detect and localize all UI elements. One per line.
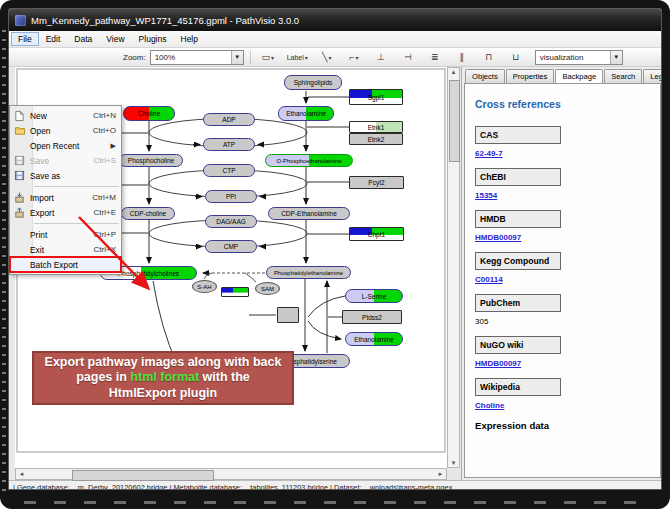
pathway-node-cmp[interactable]: CMP bbox=[205, 240, 257, 253]
pathway-node-sphingolipids[interactable]: Sphingolipids bbox=[284, 75, 342, 90]
import-icon bbox=[13, 192, 26, 204]
line-tool-button[interactable]: ╲▾ bbox=[316, 49, 338, 65]
file-menu-item-open-recent[interactable]: Open Recent▶ bbox=[10, 138, 121, 153]
pathway-node-choline[interactable]: Choline bbox=[123, 106, 175, 121]
callout-highlight: html format bbox=[130, 370, 199, 384]
canvas-vertical-scrollbar[interactable]: ▲ ▼ bbox=[447, 67, 460, 468]
line-tool-icon: ╲ bbox=[322, 52, 327, 62]
menu-item-shortcut: Ctrl+N bbox=[93, 111, 116, 120]
connector-tool-button[interactable]: ⌐▾ bbox=[343, 49, 365, 65]
file-menu-item-batch-export[interactable]: Batch Export bbox=[10, 257, 121, 272]
tab-properties[interactable]: Properties bbox=[506, 69, 555, 83]
pathway-node-ppi[interactable]: PPi bbox=[205, 190, 257, 203]
pathway-node-atp[interactable]: ATP bbox=[203, 138, 255, 151]
save-as-icon bbox=[13, 170, 26, 182]
zoom-combobox[interactable]: 100% ▼ bbox=[150, 50, 244, 65]
pathway-node-ptdss2[interactable]: Ptdss2 bbox=[342, 310, 402, 324]
common-height-icon: ⊔ bbox=[512, 52, 519, 62]
chevron-down-icon[interactable]: ▼ bbox=[610, 51, 622, 64]
export-icon bbox=[13, 207, 26, 219]
chevron-down-icon[interactable]: ▾ bbox=[329, 54, 332, 61]
toolbar-buttons: ▭▾Label▾╲▾⌐▾⊥⊣≣∥⊓⊔ bbox=[257, 49, 527, 65]
chevron-down-icon[interactable]: ▾ bbox=[305, 54, 308, 61]
pemt-gene-box[interactable] bbox=[221, 287, 249, 297]
common-width-button[interactable]: ⊓ bbox=[478, 49, 500, 65]
visualization-combobox[interactable]: visualization ▼ bbox=[535, 50, 623, 65]
pathway-node-phosphatidylethanolamine[interactable]: Phosphatidylethanolamine bbox=[266, 266, 351, 279]
chevron-down-icon[interactable]: ▼ bbox=[231, 51, 243, 64]
distribute-horizontal-icon: ≣ bbox=[431, 52, 439, 62]
canvas-horizontal-scrollbar[interactable]: ◄ ► bbox=[15, 468, 447, 480]
menu-item-label: Save bbox=[30, 156, 90, 166]
crossref-link-hmdb00097[interactable]: HMDB00097 bbox=[475, 233, 521, 242]
menu-file[interactable]: File bbox=[11, 32, 39, 46]
file-menu-item-import[interactable]: ImportCtrl+M bbox=[10, 190, 121, 205]
crossref-link-62-49-7[interactable]: 62-49-7 bbox=[475, 149, 503, 158]
toolbar-separator bbox=[250, 51, 251, 64]
file-menu-item-new[interactable]: NewCtrl+N bbox=[10, 108, 121, 123]
blank-icon bbox=[13, 229, 26, 241]
pathway-node-etnk2[interactable]: Etnk2 bbox=[349, 133, 403, 145]
crossref-value: 15354 bbox=[475, 191, 660, 200]
crossref-link-choline[interactable]: Choline bbox=[475, 401, 504, 410]
pathway-node-etnk1[interactable]: Etnk1 bbox=[349, 121, 403, 133]
menu-plugins[interactable]: Plugins bbox=[132, 32, 174, 46]
align-center-button[interactable]: ⊥ bbox=[370, 49, 392, 65]
tab-search[interactable]: Search bbox=[604, 69, 642, 83]
chevron-down-icon[interactable]: ▾ bbox=[271, 54, 274, 61]
file-menu-item-open[interactable]: OpenCtrl+O bbox=[10, 123, 121, 138]
menu-bar: FileEditDataViewPluginsHelp bbox=[9, 31, 661, 48]
crossref-link-15354[interactable]: 15354 bbox=[475, 191, 497, 200]
crossref-link-hmdb00097[interactable]: HMDB00097 bbox=[475, 359, 521, 368]
pathway-node-adp[interactable]: ADP bbox=[203, 113, 255, 126]
pathway-node-ctp[interactable]: CTP bbox=[203, 164, 255, 177]
menu-edit[interactable]: Edit bbox=[39, 32, 68, 46]
menu-view[interactable]: View bbox=[99, 32, 131, 46]
pathway-node-cdp-choline[interactable]: CDP-choline bbox=[121, 207, 175, 220]
pisd-gene-box[interactable] bbox=[277, 307, 299, 323]
crossref-source-label: NuGO wiki bbox=[475, 336, 561, 354]
distribute-vertical-button[interactable]: ∥ bbox=[451, 49, 473, 65]
horizontal-scroll-thumb[interactable] bbox=[72, 470, 214, 481]
pathway-node-chpt1[interactable]: Chpt1 bbox=[349, 227, 404, 241]
tab-legend[interactable]: Legend bbox=[643, 69, 662, 83]
file-menu-item-print[interactable]: PrintCtrl+P bbox=[10, 227, 121, 242]
label-tool-button[interactable]: Label▾ bbox=[284, 49, 311, 65]
crossref-source-label: ChEBI bbox=[475, 168, 561, 186]
pathway-node-cdp-ethanolamine[interactable]: CDP-Ethanolamine bbox=[268, 207, 350, 220]
menu-item-label: Export bbox=[30, 208, 90, 218]
file-menu-item-save[interactable]: SaveCtrl+S bbox=[10, 153, 121, 168]
tab-backpage[interactable]: Backpage bbox=[555, 69, 603, 84]
file-menu-dropdown: NewCtrl+NOpenCtrl+OOpen Recent▶SaveCtrl+… bbox=[9, 105, 122, 275]
zoom-value: 100% bbox=[155, 53, 175, 62]
pathway-node-sgpl1[interactable]: Sgpl1 bbox=[349, 89, 403, 105]
common-height-button[interactable]: ⊔ bbox=[505, 49, 527, 65]
chevron-down-icon[interactable]: ▾ bbox=[355, 54, 358, 61]
pathway-node-phosphocholine[interactable]: Phosphocholine bbox=[119, 154, 183, 167]
menu-item-shortcut: Ctrl+X bbox=[94, 245, 116, 254]
pathway-node-sam[interactable]: SAM bbox=[255, 282, 280, 295]
align-middle-button[interactable]: ⊣ bbox=[397, 49, 419, 65]
distribute-horizontal-button[interactable]: ≣ bbox=[424, 49, 446, 65]
file-menu-item-exit[interactable]: ExitCtrl+X bbox=[10, 242, 121, 257]
file-menu-item-export[interactable]: ExportCtrl+E bbox=[10, 205, 121, 220]
vertical-scroll-thumb[interactable] bbox=[449, 80, 460, 162]
pathway-node-dag-aag[interactable]: DAG/AAG bbox=[205, 215, 257, 228]
menu-item-shortcut: Ctrl+M bbox=[92, 193, 116, 202]
crossref-section-pubchem: PubChem305 bbox=[475, 294, 660, 326]
menu-help[interactable]: Help bbox=[174, 32, 205, 46]
pathway-node-l-serine[interactable]: L-Serine bbox=[345, 289, 403, 303]
file-menu-item-save-as[interactable]: Save as bbox=[10, 168, 121, 183]
crossref-source-label: HMDB bbox=[475, 210, 561, 228]
crossref-value: 62-49-7 bbox=[475, 149, 660, 158]
callout-line1: Export pathway images along with back bbox=[45, 355, 282, 371]
pathway-node-pcyt2[interactable]: Pcyt2 bbox=[349, 176, 404, 189]
pathway-node-ethanolamine[interactable]: Ethanolamine bbox=[345, 332, 403, 346]
pathway-node-ethanolamine[interactable]: Ethanolamine bbox=[278, 106, 334, 121]
datanode-tool-button[interactable]: ▭▾ bbox=[257, 49, 279, 65]
tab-objects[interactable]: Objects bbox=[465, 69, 505, 83]
crossref-link-c00114[interactable]: C00114 bbox=[475, 275, 503, 284]
pathway-node-s-ah[interactable]: S-AH bbox=[192, 280, 217, 293]
pathway-node-o-phosphoethanolamine[interactable]: O-Phosphoethanolamine bbox=[265, 154, 353, 167]
menu-data[interactable]: Data bbox=[67, 32, 99, 46]
